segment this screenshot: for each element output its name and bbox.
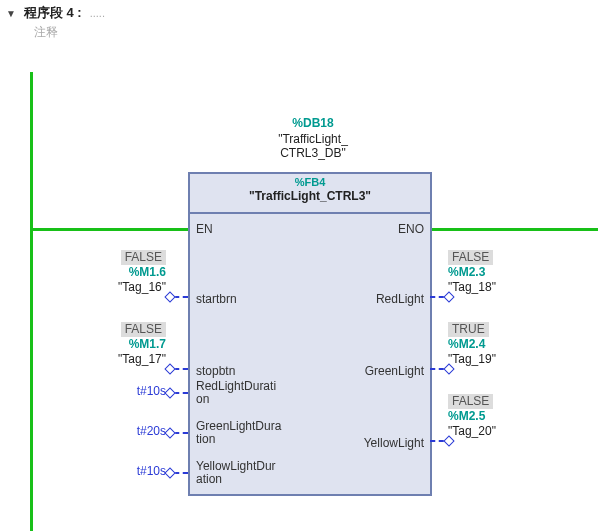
pin-green-duration: GreenLightDura tion bbox=[196, 420, 281, 446]
pin-red-duration: RedLightDurati on bbox=[196, 380, 276, 406]
network-title-row[interactable]: ▼ 程序段 4 : ..... bbox=[6, 4, 592, 22]
operand-greenlight[interactable]: TRUE %M2.4 "Tag_19" bbox=[448, 322, 588, 367]
operand-tag: "Tag_18" bbox=[448, 280, 496, 294]
wire-en bbox=[32, 228, 188, 231]
network-title-suffix: ..... bbox=[90, 7, 105, 19]
pin-yellow-duration: YellowLightDur ation bbox=[196, 460, 276, 486]
operand-stopbtn[interactable]: FALSE %M1.7 "Tag_17" bbox=[18, 322, 166, 367]
pin-red-dur-l1: RedLightDurati bbox=[196, 379, 276, 393]
pin-redlight: RedLight bbox=[376, 292, 424, 306]
operand-address: %M2.3 bbox=[448, 265, 485, 279]
wire-eno bbox=[430, 228, 598, 231]
pin-red-dur-l2: on bbox=[196, 392, 209, 406]
operand-startbrn[interactable]: FALSE %M1.6 "Tag_16" bbox=[18, 250, 166, 295]
instance-db-name: "TrafficLight_ CTRL3_DB" bbox=[243, 132, 383, 160]
stub-green-dur bbox=[174, 432, 188, 434]
conn-marker bbox=[164, 467, 175, 478]
operand-redlight[interactable]: FALSE %M2.3 "Tag_18" bbox=[448, 250, 588, 295]
pin-startbrn: startbrn bbox=[196, 292, 237, 306]
conn-marker bbox=[164, 387, 175, 398]
instance-db-name-l1: "TrafficLight_ bbox=[278, 132, 348, 146]
fb-call-box[interactable]: %FB4 "TrafficLight_CTRL3" EN ENO startbr… bbox=[188, 172, 432, 496]
value-badge: FALSE bbox=[121, 250, 166, 265]
operand-address: %M2.5 bbox=[448, 409, 485, 423]
network-comment[interactable]: 注释 bbox=[6, 22, 592, 47]
stub-red-dur bbox=[174, 392, 188, 394]
ladder-canvas[interactable]: %DB18 "TrafficLight_ CTRL3_DB" %FB4 "Tra… bbox=[18, 60, 598, 531]
operand-yellow-dur[interactable]: t#10s bbox=[18, 464, 166, 479]
stub-yellow-out bbox=[430, 440, 444, 442]
time-literal: t#10s bbox=[137, 384, 166, 398]
network-header: ▼ 程序段 4 : ..... 注释 bbox=[0, 0, 598, 49]
stub-green-out bbox=[430, 368, 444, 370]
operand-address: %M1.7 bbox=[129, 337, 166, 351]
conn-marker bbox=[164, 291, 175, 302]
operand-tag: "Tag_19" bbox=[448, 352, 496, 366]
operand-address: %M2.4 bbox=[448, 337, 485, 351]
pin-greenlight: GreenLight bbox=[365, 364, 424, 378]
pin-yellow-dur-l2: ation bbox=[196, 472, 222, 486]
network-title: 程序段 4 : bbox=[24, 4, 82, 22]
pin-stopbtn: stopbtn bbox=[196, 364, 235, 378]
power-rail bbox=[30, 72, 33, 531]
stub-startbrn bbox=[174, 296, 188, 298]
instance-db-name-l2: CTRL3_DB" bbox=[280, 146, 346, 160]
pin-green-dur-l2: tion bbox=[196, 432, 215, 446]
stub-red-out bbox=[430, 296, 444, 298]
value-badge: TRUE bbox=[448, 322, 489, 337]
conn-marker bbox=[164, 427, 175, 438]
operand-tag: "Tag_20" bbox=[448, 424, 496, 438]
plc-network-editor: { "header": { "network_title": "程序段 4 :"… bbox=[0, 0, 598, 531]
pin-yellowlight: YellowLight bbox=[364, 436, 424, 450]
time-literal: t#20s bbox=[137, 424, 166, 438]
pin-yellow-dur-l1: YellowLightDur bbox=[196, 459, 276, 473]
operand-green-dur[interactable]: t#20s bbox=[18, 424, 166, 439]
pin-eno: ENO bbox=[398, 222, 424, 236]
operand-tag: "Tag_16" bbox=[118, 280, 166, 294]
value-badge: FALSE bbox=[448, 394, 493, 409]
pin-en: EN bbox=[196, 222, 213, 236]
operand-tag: "Tag_17" bbox=[118, 352, 166, 366]
time-literal: t#10s bbox=[137, 464, 166, 478]
fb-name: "TrafficLight_CTRL3" bbox=[190, 189, 430, 204]
value-badge: FALSE bbox=[121, 322, 166, 337]
operand-red-dur[interactable]: t#10s bbox=[18, 384, 166, 399]
operand-yellowlight[interactable]: FALSE %M2.5 "Tag_20" bbox=[448, 394, 588, 439]
value-badge: FALSE bbox=[448, 250, 493, 265]
stub-stopbtn bbox=[174, 368, 188, 370]
conn-marker bbox=[164, 363, 175, 374]
fb-header: %FB4 "TrafficLight_CTRL3" bbox=[190, 174, 430, 214]
collapse-toggle-icon[interactable]: ▼ bbox=[6, 8, 16, 19]
instance-db-address: %DB18 bbox=[243, 116, 383, 130]
fb-address: %FB4 bbox=[190, 176, 430, 189]
stub-yellow-dur bbox=[174, 472, 188, 474]
pin-green-dur-l1: GreenLightDura bbox=[196, 419, 281, 433]
operand-address: %M1.6 bbox=[129, 265, 166, 279]
